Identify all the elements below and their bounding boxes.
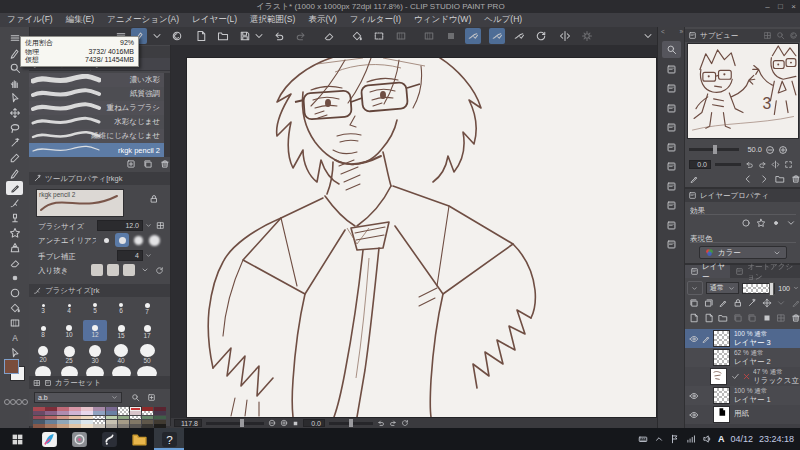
apply-mask-icon[interactable] (776, 313, 786, 323)
brush-size-cell[interactable]: 5 (83, 297, 107, 318)
brush-size-cell[interactable]: 7 (135, 297, 159, 318)
color-swatch[interactable] (130, 411, 142, 415)
ime-indicator[interactable]: A (718, 434, 725, 444)
brush-size-cell[interactable]: 30 (83, 343, 107, 364)
tray-flag-icon[interactable] (670, 434, 680, 444)
brush-size-cell[interactable]: 3 (31, 297, 55, 318)
layer-set-mask-icon[interactable] (791, 298, 800, 308)
mix-color-tool[interactable] (6, 286, 23, 300)
color-swatch[interactable] (118, 416, 130, 420)
dock-material-2[interactable] (662, 80, 681, 97)
layer-mask-enable-icon[interactable] (762, 298, 772, 308)
layer-ruler-icon[interactable] (776, 298, 786, 308)
stabilization-value[interactable]: 4 (117, 250, 143, 261)
auto-action-tab[interactable]: オートアクション (730, 265, 800, 278)
color-swatch[interactable] (142, 407, 154, 411)
subview-zoom-slider[interactable] (689, 148, 739, 151)
tray-show-hidden-icon[interactable] (654, 434, 664, 444)
minimize-button[interactable]: – (761, 2, 774, 11)
taskbar-help-question[interactable]: ? (154, 428, 184, 450)
redo-button[interactable] (293, 28, 309, 44)
open-file-button[interactable] (215, 28, 231, 44)
color-swatch[interactable] (118, 420, 130, 424)
brush-size-cell[interactable]: 4 (57, 297, 81, 318)
fill-button[interactable] (349, 28, 365, 44)
layer-lock-icon[interactable] (733, 298, 743, 308)
eraser-tool[interactable] (6, 256, 23, 270)
color-swatch[interactable] (45, 420, 57, 424)
antialias-option[interactable] (147, 233, 161, 247)
color-swatch[interactable] (154, 407, 166, 411)
color-swatch[interactable] (69, 411, 81, 415)
layer-check-icon[interactable] (731, 372, 740, 381)
subview-info-icon[interactable] (789, 31, 798, 40)
brush-size-cell[interactable]: 50 (135, 343, 159, 364)
in-out-option[interactable] (107, 264, 119, 276)
layer-draft-icon[interactable] (718, 298, 728, 308)
subtool-item[interactable]: rkgk pencil 2 (29, 143, 164, 157)
canvas-rotate-left-icon[interactable] (377, 419, 385, 427)
subview-rotate-slider[interactable] (715, 163, 741, 166)
antialias-option[interactable] (99, 233, 113, 247)
menu-item-3[interactable]: アニメーション(A) (107, 14, 179, 26)
canvas-zoom-reset-icon[interactable] (292, 420, 299, 427)
color-swatch[interactable] (45, 407, 57, 411)
color-swatch[interactable] (57, 420, 69, 424)
layer-lock-transparent-icon[interactable] (747, 298, 757, 308)
color-swatch[interactable] (57, 416, 69, 420)
brush-size-dynamics-icon[interactable] (156, 221, 165, 230)
color-swatch[interactable] (154, 416, 166, 420)
brush-size-cell[interactable]: 20 (31, 343, 55, 364)
subview-open-image-icon[interactable] (775, 174, 785, 184)
color-swatch[interactable] (142, 411, 154, 415)
object-tool[interactable] (6, 346, 23, 360)
gradient-tool[interactable] (6, 316, 23, 330)
brush-size-cell[interactable]: 6 (109, 297, 133, 318)
color-swatch[interactable] (93, 416, 105, 420)
taskbar-file-explorer[interactable] (124, 428, 154, 450)
brush-tool[interactable] (6, 196, 23, 210)
brush-size-cell[interactable]: 12 (83, 320, 107, 341)
invert-selection-button[interactable] (421, 28, 437, 44)
expression-color-select[interactable]: カラー (699, 246, 787, 259)
effect-tone-icon[interactable] (756, 218, 766, 228)
tool-property-reset-icon[interactable] (155, 266, 164, 275)
color-swatch[interactable] (130, 416, 142, 420)
dock-material-9[interactable] (662, 217, 681, 234)
subtool-item[interactable]: 繊維にじみなじませ (29, 129, 164, 143)
subview-rotate-right-icon[interactable] (758, 160, 767, 169)
in-out-more-icon[interactable] (141, 266, 149, 274)
duplicate-subtool-icon[interactable] (143, 159, 153, 169)
menu-item-6[interactable]: 表示(V) (308, 14, 336, 26)
pencil-tool[interactable] (6, 181, 23, 195)
blend-mode-select[interactable]: 通常 (706, 282, 740, 294)
dock-material-8[interactable] (662, 197, 681, 214)
in-out-option[interactable] (123, 264, 135, 276)
taskbar-ask-question[interactable] (94, 428, 124, 450)
color-set-header[interactable]: カラーセット (29, 376, 170, 389)
tool-property-header[interactable]: ツールプロパティ[rkgk (29, 172, 170, 185)
subtool-item[interactable]: 紙質強調 (29, 87, 164, 101)
decoration-tool[interactable] (6, 226, 23, 240)
menu-item-8[interactable]: ウィンドウ(W) (414, 14, 471, 26)
pen-nib-tool[interactable] (6, 166, 23, 180)
color-swatch[interactable] (130, 407, 142, 411)
command-bar-more-button[interactable] (640, 28, 656, 44)
eyedropper-tool[interactable] (6, 151, 23, 165)
selection-launcher-button[interactable] (443, 28, 459, 44)
brush-size-cell[interactable]: 25 (57, 343, 81, 364)
color-swatch[interactable] (93, 420, 105, 424)
color-swatch[interactable] (106, 407, 118, 411)
snap-to-grid-button[interactable] (511, 28, 527, 44)
deselect-button[interactable] (393, 28, 409, 44)
color-swatch[interactable] (81, 420, 93, 424)
move-layer-tool[interactable] (6, 106, 23, 120)
subview-rotate-left-icon[interactable] (745, 160, 754, 169)
color-swatch[interactable] (69, 420, 81, 424)
antialias-option[interactable] (131, 233, 145, 247)
subview-zoom-in-icon[interactable] (778, 145, 788, 155)
color-swatch[interactable] (118, 411, 130, 415)
color-swatch[interactable] (106, 411, 118, 415)
tool-property-lock-icon[interactable] (149, 194, 159, 204)
layer-no-print-icon[interactable] (742, 372, 751, 381)
